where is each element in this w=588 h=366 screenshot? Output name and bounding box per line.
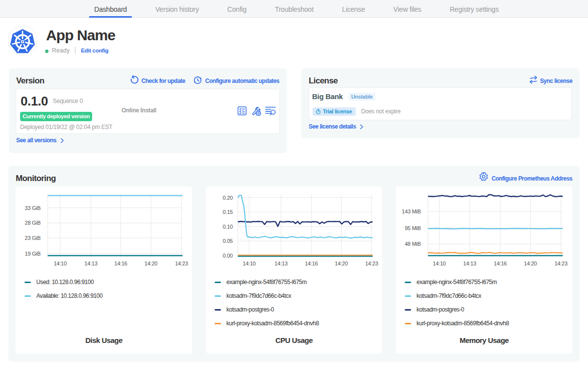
svg-text:14:16: 14:16	[305, 261, 318, 266]
svg-text:14:20: 14:20	[335, 261, 348, 266]
svg-text:14:23: 14:23	[365, 261, 378, 266]
svg-text:14:20: 14:20	[524, 261, 537, 266]
svg-text:0.15: 0.15	[222, 209, 233, 215]
svg-text:14:23: 14:23	[555, 261, 568, 266]
svg-text:0.00: 0.00	[222, 253, 233, 259]
svg-text:14:16: 14:16	[114, 261, 127, 266]
svg-text:14:20: 14:20	[145, 261, 158, 266]
svg-text:14:16: 14:16	[494, 261, 507, 266]
svg-text:14:13: 14:13	[274, 261, 288, 266]
svg-text:14:10: 14:10	[54, 261, 67, 266]
svg-text:143 MiB: 143 MiB	[402, 209, 421, 214]
svg-text:19 GiB: 19 GiB	[25, 251, 41, 257]
svg-text:14:13: 14:13	[463, 261, 476, 266]
svg-text:14:10: 14:10	[433, 261, 446, 266]
svg-text:0.10: 0.10	[222, 224, 233, 230]
svg-text:48 MiB: 48 MiB	[405, 241, 421, 247]
svg-text:0.05: 0.05	[222, 238, 233, 244]
svg-text:14:23: 14:23	[175, 261, 188, 266]
svg-text:95 MiB: 95 MiB	[405, 225, 421, 231]
svg-text:14:13: 14:13	[84, 261, 98, 266]
svg-text:28 GiB: 28 GiB	[25, 220, 41, 226]
svg-text:33 GiB: 33 GiB	[25, 205, 41, 211]
svg-text:14:10: 14:10	[243, 261, 256, 266]
svg-text:0.20: 0.20	[222, 195, 233, 201]
svg-text:23 GiB: 23 GiB	[25, 235, 41, 241]
